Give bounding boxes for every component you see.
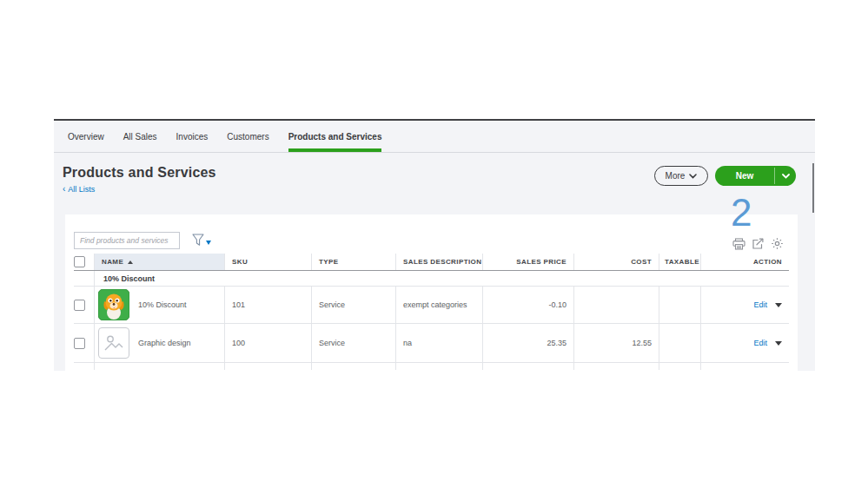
row-checkbox[interactable] xyxy=(74,300,85,311)
more-button[interactable]: More xyxy=(654,166,708,186)
back-chevron-icon: ‹ xyxy=(63,185,65,194)
search-input[interactable] xyxy=(74,232,180,249)
image-placeholder-icon[interactable] xyxy=(98,327,129,359)
products-table-card: NAME SKU TYPE SALES DESCRIPTION SALES PR… xyxy=(65,214,798,371)
product-image-discount[interactable] xyxy=(98,289,129,320)
more-label: More xyxy=(666,171,686,181)
edit-dropdown-icon[interactable] xyxy=(775,341,782,346)
chevron-down-icon xyxy=(782,174,790,179)
clipped-table-row xyxy=(74,363,789,370)
all-lists-link[interactable]: ‹ All Lists xyxy=(63,185,95,194)
page-header: Products and Services ‹ All Lists More N… xyxy=(54,154,815,214)
column-header-sales-price[interactable]: SALES PRICE xyxy=(482,254,573,270)
group-header-row: 10% Discount xyxy=(74,271,789,287)
tab-products-and-services[interactable]: Products and Services xyxy=(288,121,382,152)
group-label: 10% Discount xyxy=(94,271,789,286)
product-description: na xyxy=(403,339,412,347)
page-title: Products and Services xyxy=(63,165,216,181)
table-row: Graphic design 100 Service na 25.35 12.5… xyxy=(74,324,789,363)
tab-all-sales[interactable]: All Sales xyxy=(123,121,157,152)
new-button-label[interactable]: New xyxy=(715,166,774,186)
new-button[interactable]: New xyxy=(715,166,796,186)
table-tools xyxy=(732,237,784,250)
new-button-dropdown[interactable] xyxy=(775,166,796,186)
sort-ascending-icon xyxy=(128,260,133,264)
product-name: 10% Discount xyxy=(138,300,187,309)
edit-link[interactable]: Edit xyxy=(753,339,767,347)
printer-icon[interactable] xyxy=(732,238,745,250)
table-row: 10% Discount 101 Service exempt categori… xyxy=(74,287,789,324)
column-header-taxable[interactable]: TAXABLE xyxy=(659,254,700,270)
filter-button[interactable] xyxy=(192,234,211,247)
column-header-type[interactable]: TYPE xyxy=(311,254,395,270)
product-sku: 101 xyxy=(232,300,245,309)
chevron-down-icon xyxy=(689,174,697,179)
tab-overview[interactable]: Overview xyxy=(68,121,104,152)
product-description: exempt categories xyxy=(403,300,467,309)
product-type: Service xyxy=(319,300,345,309)
tab-bar: Overview All Sales Invoices Customers Pr… xyxy=(54,121,815,153)
header-actions: More New xyxy=(654,166,796,186)
column-header-name[interactable]: NAME xyxy=(94,254,224,270)
product-sku: 100 xyxy=(232,339,245,347)
app-window: Overview All Sales Invoices Customers Pr… xyxy=(54,119,815,371)
tab-invoices[interactable]: Invoices xyxy=(176,121,209,152)
column-header-cost[interactable]: COST xyxy=(573,254,659,270)
row-checkbox[interactable] xyxy=(74,338,85,349)
gear-icon[interactable] xyxy=(771,237,784,250)
tab-customers[interactable]: Customers xyxy=(227,121,268,152)
product-price: -0.10 xyxy=(548,300,567,309)
products-table: NAME SKU TYPE SALES DESCRIPTION SALES PR… xyxy=(74,254,789,370)
filter-caret-icon xyxy=(206,241,211,245)
column-header-action: ACTION xyxy=(700,254,789,270)
product-price: 25.35 xyxy=(547,339,567,347)
product-cost: 12.55 xyxy=(632,339,652,347)
column-header-sku[interactable]: SKU xyxy=(224,254,311,270)
edit-dropdown-icon[interactable] xyxy=(775,303,782,307)
filter-icon xyxy=(192,234,204,247)
product-name: Graphic design xyxy=(138,339,191,347)
table-header-row: NAME SKU TYPE SALES DESCRIPTION SALES PR… xyxy=(74,254,789,271)
select-all-checkbox[interactable] xyxy=(74,256,85,267)
scrollbar[interactable] xyxy=(812,163,814,213)
column-header-sales-description[interactable]: SALES DESCRIPTION xyxy=(395,254,482,270)
export-icon[interactable] xyxy=(752,238,765,250)
edit-link[interactable]: Edit xyxy=(753,300,767,309)
product-type: Service xyxy=(319,339,345,347)
all-lists-label: All Lists xyxy=(68,185,95,194)
